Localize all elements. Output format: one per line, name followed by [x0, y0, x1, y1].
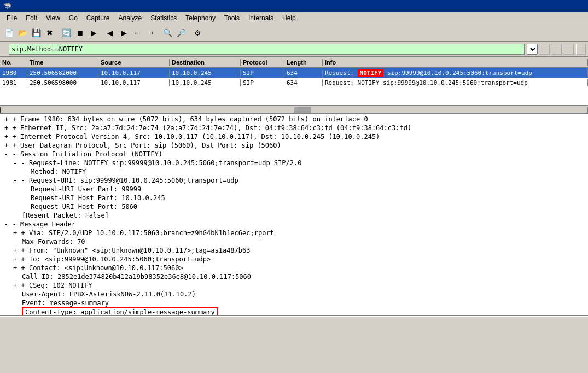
menu-item-edit[interactable]: Edit [21, 13, 42, 23]
notify-badge: NOTIFY [358, 69, 384, 77]
detail-line[interactable]: - Session Initiation Protocol (NOTIFY) [0, 150, 588, 159]
detail-line[interactable]: - Request-Line: NOTIFY sip:99999@10.10.0… [0, 159, 588, 167]
detail-line[interactable]: + Contact: <sip:Unknown@10.10.0.117:5060… [0, 264, 588, 272]
table-row[interactable]: 1981250.50659800010.10.0.11710.10.0.245S… [0, 78, 588, 88]
tb-zoom-out[interactable]: 🔎 [174, 26, 188, 39]
detail-line[interactable]: Request-URI User Part: 99999 [0, 185, 588, 194]
detail-line[interactable]: [Resent Packet: False] [0, 211, 588, 220]
filter-input[interactable] [9, 44, 525, 55]
tb-start[interactable]: ▶ [87, 26, 100, 39]
packet-list: No. Time Source Destination Protocol Len… [0, 57, 588, 106]
col-dest: Destination [170, 59, 241, 66]
tb-filter-next[interactable]: ▶ [117, 26, 130, 39]
h-scrollbar[interactable] [0, 106, 588, 114]
menu-item-help[interactable]: Help [278, 13, 300, 23]
app-icon: 🦈 [3, 2, 11, 10]
filterbar: ▼ [0, 42, 588, 57]
detail-line[interactable]: + To: <sip:99999@10.10.0.245:5060;transp… [0, 255, 588, 264]
tb-save[interactable]: 💾 [30, 26, 43, 39]
info-cell: Request: NOTIFY sip:99999@10.10.0.245:50… [323, 69, 588, 77]
tb-zoom-in[interactable]: 🔍 [161, 26, 174, 39]
apply-button[interactable] [564, 44, 574, 55]
tb-stop[interactable]: ⏹ [73, 26, 86, 39]
detail-line[interactable]: + User Datagram Protocol, Src Port: sip … [0, 141, 588, 150]
expression-button[interactable] [540, 44, 550, 55]
tb-reload[interactable]: 🔄 [60, 26, 73, 39]
detail-line[interactable]: + Frame 1980: 634 bytes on wire (5072 bi… [0, 115, 588, 124]
filter-dropdown[interactable]: ▼ [527, 44, 538, 55]
menu-item-file[interactable]: File [2, 13, 21, 23]
col-time: Time [27, 59, 98, 66]
detail-line[interactable]: Request-URI Host Port: 5060 [0, 202, 588, 211]
tb-filter-prev[interactable]: ◀ [103, 26, 117, 39]
detail-line[interactable]: + From: "Unknown" <sip:Unknown@10.10.0.1… [0, 246, 588, 255]
tb-go-next[interactable]: → [144, 26, 158, 39]
col-no: No. [0, 59, 27, 66]
tb-new[interactable]: 📄 [2, 26, 15, 39]
titlebar: 🦈 [0, 0, 588, 12]
detail-line[interactable]: + Via: SIP/2.0/UDP 10.10.0.117:5060;bran… [0, 229, 588, 237]
detail-line[interactable]: - Message Header [0, 220, 588, 229]
detail-line[interactable]: + CSeq: 102 NOTIFY [0, 281, 588, 290]
detail-line[interactable]: Max-Forwards: 70 [0, 237, 588, 246]
toolbar: 📄 📂 💾 ✖ 🔄 ⏹ ▶ ◀ ▶ ← → 🔍 🔎 ⚙ [0, 24, 588, 42]
packet-detail[interactable]: + Frame 1980: 634 bytes on wire (5072 bi… [0, 114, 588, 316]
menu-item-tools[interactable]: Tools [220, 13, 244, 23]
tb-close[interactable]: ✖ [43, 26, 56, 39]
save-button[interactable] [576, 44, 586, 55]
menu-item-analyze[interactable]: Analyze [114, 13, 147, 23]
detail-line[interactable]: - Request-URI: sip:99999@10.10.0.245:506… [0, 176, 588, 185]
menu-item-capture[interactable]: Capture [82, 13, 114, 23]
packet-list-header: No. Time Source Destination Protocol Len… [0, 57, 588, 68]
col-length: Length [284, 59, 323, 66]
menubar: FileEditViewGoCaptureAnalyzeStatisticsTe… [0, 12, 588, 24]
table-row[interactable]: 1980250.50658200010.10.0.11710.10.0.245S… [0, 68, 588, 78]
detail-line[interactable]: Request-URI Host Part: 10.10.0.245 [0, 194, 588, 202]
detail-line[interactable]: + Ethernet II, Src: 2a:a7:7d:24:7e:74 (2… [0, 124, 588, 132]
menu-item-go[interactable]: Go [65, 13, 82, 23]
packet-rows: 1980250.50658200010.10.0.11710.10.0.245S… [0, 68, 588, 88]
col-info: Info [323, 59, 588, 66]
detail-line[interactable]: + Internet Protocol Version 4, Src: 10.1… [0, 132, 588, 141]
detail-line[interactable]: User-Agent: FPBX-AsteriskNOW-2.11.0(11.1… [0, 290, 588, 299]
tb-prefs[interactable]: ⚙ [191, 26, 204, 39]
menu-item-telephony[interactable]: Telephony [181, 13, 220, 23]
tb-go-prev[interactable]: ← [131, 26, 144, 39]
detail-line[interactable]: Event: message-summary [0, 299, 588, 307]
col-source: Source [98, 59, 170, 66]
detail-line[interactable]: Content-Type: application/simple-message… [22, 307, 218, 316]
statusbar [0, 316, 588, 327]
tb-open[interactable]: 📂 [16, 26, 29, 39]
detail-line[interactable]: Call-ID: 2852e1de374820b412a19b98352e36e… [0, 272, 588, 281]
menu-item-view[interactable]: View [42, 13, 65, 23]
col-proto: Protocol [241, 59, 284, 66]
clear-button[interactable] [552, 44, 562, 55]
menu-item-internals[interactable]: Internals [244, 13, 278, 23]
menu-item-statistics[interactable]: Statistics [146, 13, 181, 23]
detail-line[interactable]: Method: NOTIFY [0, 167, 588, 176]
